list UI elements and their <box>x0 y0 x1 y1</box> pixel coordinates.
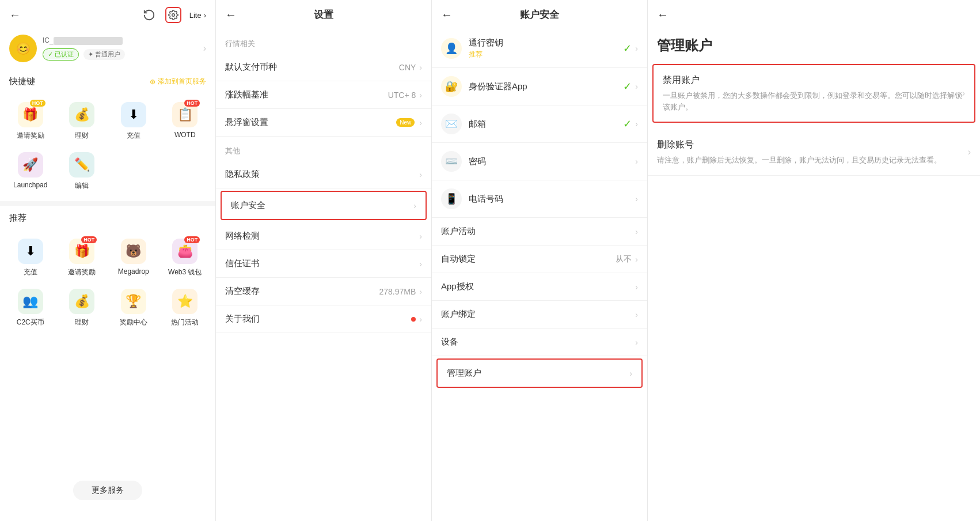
float-label: 悬浮窗设置 <box>225 117 396 128</box>
security-item-email[interactable]: ✉️ 邮箱 ✓ › <box>432 105 647 143</box>
rec-megadrop-icon: 🐻 <box>121 239 146 264</box>
rec-finance-icon: 💰 <box>69 289 94 314</box>
security-item-activity[interactable]: 账户活动 › <box>432 218 647 246</box>
rec-item-web3[interactable]: 👛 HOT Web3 钱包 <box>159 233 211 283</box>
manage-back-button[interactable]: ← <box>657 8 668 21</box>
rec-web3-icon: 👛 HOT <box>172 239 197 264</box>
more-services-area: 更多服务 <box>0 471 215 509</box>
gear-icon[interactable] <box>165 7 181 23</box>
rec-item-megadrop[interactable]: 🐻 Megadrop <box>108 233 159 283</box>
cert-label: 信任证书 <box>225 258 419 269</box>
rec-item-finance2[interactable]: 💰 理财 <box>56 283 108 333</box>
add-service-button[interactable]: ⊕ 添加到首页服务 <box>150 77 206 86</box>
disable-account-wrapper: 禁用账户 一旦账户被禁用，您的大多数操作都会受到限制，例如登录和交易等。您可以随… <box>652 64 975 123</box>
settings-header: ← 设置 <box>216 0 431 29</box>
security-item-phone[interactable]: 📱 电话号码 › <box>432 180 647 218</box>
rec-hot-icon: ⭐ <box>172 289 197 314</box>
cache-chevron-icon: › <box>419 287 422 296</box>
grid-item-deposit[interactable]: ⬇ 充值 <box>108 96 159 146</box>
user-profile: 😊 IC_ ✓ 已认证 ✦ 普通用户 › <box>0 30 215 69</box>
wotd-icon: 📋 HOT <box>172 102 197 127</box>
panel-main: ← Lite › 😊 IC_ ✓ 已认证 ✦ 普通用户 › <box>0 0 216 521</box>
rec-item-rewards[interactable]: 🏆 奖励中心 <box>108 283 159 333</box>
rec-c2c-label: C2C买币 <box>17 318 44 327</box>
settings-item-network[interactable]: 网络检测 › <box>216 222 431 250</box>
passkey-chevron-icon: › <box>635 44 638 53</box>
rec-deposit-icon: ⬇ <box>18 239 43 264</box>
manage-header: ← <box>648 0 980 29</box>
device-chevron-icon: › <box>635 338 638 347</box>
user-info: IC_ ✓ 已认证 ✦ 普通用户 <box>43 36 197 61</box>
manage-info: 管理账户 <box>447 368 629 379</box>
settings-title: 设置 <box>314 8 333 21</box>
more-services-button[interactable]: 更多服务 <box>73 481 142 500</box>
settings-back-button[interactable]: ← <box>225 8 237 21</box>
lite-button[interactable]: Lite › <box>189 11 206 20</box>
passkey-sub: 推荐 <box>469 50 623 59</box>
security-item-password[interactable]: ⌨️ 密码 › <box>432 143 647 180</box>
header-icons: Lite › <box>141 7 206 23</box>
cache-label: 清空缓存 <box>225 286 379 297</box>
hot-badge: HOT <box>30 100 45 107</box>
rec-item-c2c[interactable]: 👥 C2C买币 <box>5 283 56 333</box>
settings-item-security[interactable]: 账户安全 › <box>222 192 426 219</box>
delete-account-chevron-icon: › <box>968 147 971 157</box>
disable-account-item[interactable]: 禁用账户 一旦账户被禁用，您的大多数操作都会受到限制，例如登录和交易等。您可以随… <box>654 65 974 122</box>
settings-item-cert[interactable]: 信任证书 › <box>216 250 431 278</box>
settings-item-about[interactable]: 关于我们 › <box>216 305 431 333</box>
svg-point-0 <box>172 14 174 17</box>
settings-item-currency[interactable]: 默认支付币种 CNY › <box>216 54 431 81</box>
disable-account-desc: 一旦账户被禁用，您的大多数操作都会受到限制，例如登录和交易等。您可以随时选择解锁… <box>663 90 965 112</box>
grid-item-edit[interactable]: ✏️ 编辑 <box>56 146 108 197</box>
security-label: 账户安全 <box>231 200 413 211</box>
launchpad-label: Launchpad <box>13 181 47 189</box>
grid-item-invite[interactable]: 🎁 HOT 邀请奖励 <box>5 96 56 146</box>
rec-deposit-label: 充值 <box>24 267 37 277</box>
profile-chevron-icon[interactable]: › <box>203 43 206 54</box>
appauth-title: App授权 <box>441 281 635 292</box>
delete-account-item[interactable]: 删除账号 请注意，账户删除后无法恢复。一旦删除，账户无法访问，且交易历史记录无法… <box>648 130 980 176</box>
quick-grid: 🎁 HOT 邀请奖励 💰 理财 ⬇ 充值 📋 HOT WOTD <box>0 92 215 201</box>
security-item-passkey[interactable]: 👤 通行密钥 推荐 ✓ › <box>432 29 647 68</box>
security-item-binding[interactable]: 账户绑定 › <box>432 301 647 329</box>
rec-web3-label: Web3 钱包 <box>168 267 202 277</box>
security-item-device[interactable]: 设备 › <box>432 329 647 356</box>
security-back-button[interactable]: ← <box>441 8 453 21</box>
network-chevron-icon: › <box>419 232 422 241</box>
recommend-header: 推荐 <box>0 206 215 228</box>
lite-label: Lite <box>189 11 202 20</box>
security-item-manage[interactable]: 管理账户 › <box>438 360 641 387</box>
grid-item-wotd[interactable]: 📋 HOT WOTD <box>159 96 211 146</box>
phone-chevron-icon: › <box>635 194 638 203</box>
currency-label: 默认支付币种 <box>225 62 399 73</box>
currency-value: CNY <box>399 63 416 72</box>
verified-tag: ✓ 已认证 <box>43 48 79 61</box>
email-check-icon: ✓ <box>623 118 632 130</box>
refresh-icon[interactable] <box>141 7 157 23</box>
binding-title: 账户绑定 <box>441 309 635 320</box>
settings-item-float[interactable]: 悬浮窗设置 New › <box>216 109 431 137</box>
grid-row-1: 🎁 HOT 邀请奖励 💰 理财 ⬇ 充值 📋 HOT WOTD <box>0 96 215 146</box>
panel1-header: ← Lite › <box>0 0 215 30</box>
back-button[interactable]: ← <box>9 9 21 22</box>
manage-account-wrapper: 管理账户 › <box>436 358 643 388</box>
grid-item-launchpad[interactable]: 🚀 Launchpad <box>5 146 56 197</box>
security-item-authapp[interactable]: 🔐 身份验证器App ✓ › <box>432 68 647 105</box>
settings-item-security-wrapper: 账户安全 › <box>221 191 427 220</box>
settings-item-cache[interactable]: 清空缓存 278.97MB › <box>216 278 431 305</box>
rec-hot-badge: HOT <box>81 236 97 243</box>
grid-row-2: 🚀 Launchpad ✏️ 编辑 <box>0 146 215 197</box>
settings-item-timezone[interactable]: 涨跌幅基准 UTC+ 8 › <box>216 81 431 109</box>
currency-chevron-icon: › <box>419 63 422 72</box>
normal-tag: ✦ 普通用户 <box>83 49 125 60</box>
grid-item-finance[interactable]: 💰 理财 <box>56 96 108 146</box>
settings-item-privacy[interactable]: 隐私政策 › <box>216 161 431 188</box>
rec-item-invite[interactable]: 🎁 HOT 邀请奖励 <box>56 233 108 283</box>
passkey-icon: 👤 <box>441 38 462 59</box>
security-item-autolock[interactable]: 自动锁定 从不 › <box>432 246 647 273</box>
rec-item-deposit[interactable]: ⬇ 充值 <box>5 233 56 283</box>
security-item-appauth[interactable]: App授权 › <box>432 273 647 301</box>
rec-item-hot[interactable]: ⭐ 热门活动 <box>159 283 211 333</box>
float-badge: New <box>396 118 415 127</box>
quick-actions-header: 快捷键 ⊕ 添加到首页服务 <box>0 69 215 92</box>
